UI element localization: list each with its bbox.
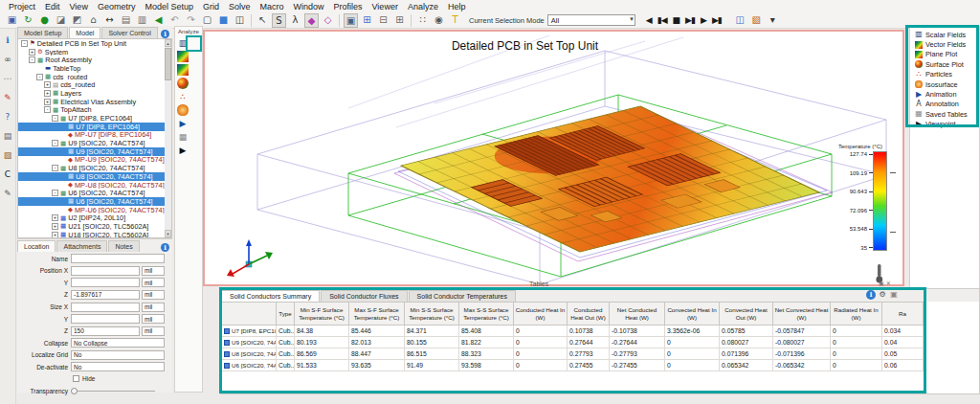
menu-model-setup[interactable]: Model Setup	[140, 2, 198, 11]
field-input-name[interactable]	[71, 254, 165, 263]
field-unit[interactable]: mil	[142, 314, 165, 324]
field-input-y[interactable]	[71, 314, 140, 324]
viewport-3d[interactable]: Detailed PCB in Set Top Unit Temperature…	[203, 30, 904, 286]
tool-item-saved-tables[interactable]: ▦Saved Tables	[910, 109, 979, 119]
table-row[interactable]: U8 [SOIC20, 74ACT574]Cub...86.56988.4478…	[222, 348, 924, 360]
surface-plot-icon[interactable]	[177, 78, 189, 89]
tree-item-mp-u6-soic20-74act574[interactable]: ◆MP-U6 [SOIC20, 74ACT574]	[18, 206, 171, 214]
column-header-conducted-heat-in-w[interactable]: Conducted Heat In (W)	[514, 303, 568, 325]
layout-one-icon[interactable]: ⊞	[392, 13, 407, 28]
menu-window[interactable]: Window	[289, 2, 329, 11]
play-reverse-icon[interactable]: ◀	[646, 15, 652, 25]
field-input-y[interactable]	[71, 278, 140, 287]
probe-icon[interactable]: λ	[288, 13, 302, 28]
tab-model-setup[interactable]: Model Setup	[17, 27, 68, 38]
field-unit[interactable]: mil	[142, 278, 165, 287]
close-icon[interactable]: ✕	[886, 281, 893, 286]
column-header-min-s-f-surface-temperature-c[interactable]: Min S-F Surface Temperature (°C)	[295, 303, 349, 325]
tree-item-u6-soic20-74act574[interactable]: ▦U6 [SOIC20, 74ACT574]	[18, 197, 171, 206]
pointer-select-icon[interactable]: ↖	[256, 13, 270, 28]
table-row[interactable]: U9 [SOIC20, 74ACT574]Cub...80.19382.0138…	[222, 337, 924, 348]
section-tool-icon[interactable]: T	[448, 13, 462, 28]
column-header-name[interactable]	[222, 303, 277, 325]
row-name-cell[interactable]: U7 [DIP8, EPC1064]	[222, 325, 277, 337]
tree-item-mp-u8-soic20-74act574[interactable]: ◆MP-U8 [SOIC20, 74ACT574]	[18, 181, 171, 190]
tree-item-root-assembly[interactable]: -▦Root Assembly	[18, 56, 171, 64]
tree-item-u21-soic20-tlc5602a[interactable]: +▦U21 [SOIC20, TLC5602A]	[18, 222, 171, 231]
tool-item-particles[interactable]: ∴Particles	[910, 70, 979, 79]
field-unit[interactable]: mil	[142, 303, 165, 312]
layout-quad-icon[interactable]: ⊞	[360, 13, 374, 28]
tool-item-scalar-fields[interactable]: ▥Scalar Fields	[910, 30, 979, 39]
tab-attachments[interactable]: Attachments	[56, 240, 107, 252]
export-table-icon[interactable]: ▣	[889, 290, 899, 300]
expander-icon[interactable]: -	[52, 165, 58, 171]
info-icon[interactable]: ℹ	[161, 243, 169, 252]
transparent-view-icon[interactable]: ◫	[233, 13, 247, 28]
celsius-logo-icon[interactable]: C	[2, 168, 14, 181]
tab-location[interactable]: Location	[17, 240, 56, 252]
animation-icon[interactable]: ▶	[177, 118, 189, 129]
field-input-position-x[interactable]	[71, 266, 140, 276]
vector-fields-icon[interactable]	[177, 64, 189, 76]
expander-icon[interactable]: +	[52, 214, 58, 221]
expander-icon[interactable]: -	[29, 56, 35, 63]
menu-geometry[interactable]: Geometry	[93, 2, 141, 11]
compare-views-icon[interactable]: ◫	[733, 13, 747, 28]
selection-mode-dropdown[interactable]: All ▾	[547, 14, 635, 26]
expander-icon[interactable]: +	[52, 223, 58, 230]
column-header-ra[interactable]: Ra	[882, 303, 924, 325]
tab-solver-control[interactable]: Solver Control	[101, 27, 157, 38]
field-unit[interactable]: mil	[142, 290, 165, 300]
slider-knob[interactable]	[71, 388, 78, 394]
tool-item-surface-plot[interactable]: Surface Plot	[910, 59, 979, 69]
menu-view[interactable]: View	[65, 2, 93, 11]
expander-icon[interactable]: +	[52, 232, 58, 238]
table-row[interactable]: U6 [SOIC20, 74ACT574]Cub...91.53393.6359…	[222, 360, 924, 371]
tree-item-mp-u9-soic20-74act574[interactable]: ◆MP-U9 [SOIC20, 74ACT574]	[18, 156, 171, 165]
camera-icon[interactable]: ◉	[432, 13, 446, 28]
help-icon[interactable]: ?	[2, 111, 14, 123]
menu-macro[interactable]: Macro	[255, 2, 288, 11]
tree-item-layers[interactable]: +▦Layers	[18, 89, 171, 98]
info-icon[interactable]: ℹ	[161, 30, 169, 38]
tree-item-u18-soic20-tlc5602a[interactable]: +▦U18 [SOIC20, TLC5602A]	[18, 231, 171, 238]
menu-grid[interactable]: Grid	[198, 2, 224, 11]
expander-icon[interactable]: -	[21, 40, 28, 47]
surface-select-icon[interactable]: S	[272, 13, 286, 28]
menu-analyze[interactable]: Analyze	[403, 2, 443, 11]
tool-item-vector-fields[interactable]: Vector Fields	[910, 39, 979, 49]
layout-two-icon[interactable]: ⊟	[376, 13, 390, 28]
tree-item-u7-dip8-epc1064[interactable]: -▦U7 [DIP8, EPC1064]	[18, 114, 171, 123]
menu-viewer[interactable]: Viewer	[368, 2, 403, 11]
column-header-net-conducted-heat-w[interactable]: Net Conducted Heat (W)	[610, 303, 665, 325]
tree-item-u9-soic20-74act574[interactable]: -▦U9 [SOIC20, 74ACT574]	[18, 139, 171, 147]
go-end-icon[interactable]: ▶▮	[712, 15, 722, 25]
float-window-icon[interactable]: ▣	[879, 281, 886, 286]
tree-item-system[interactable]: +⚙System	[18, 48, 171, 56]
view-icon[interactable]: ∞	[2, 54, 14, 66]
isosurface-icon[interactable]	[177, 104, 189, 116]
tree-item-cds-routed[interactable]: -▦cds_routed	[18, 73, 171, 81]
snapshot-icon[interactable]: ▣	[344, 13, 358, 28]
expander-icon[interactable]: +	[44, 81, 51, 88]
expander-icon[interactable]: -	[36, 74, 43, 80]
field-input-collapse[interactable]: No Collapse	[71, 338, 165, 348]
expander-icon[interactable]: -	[52, 115, 58, 122]
menu-help[interactable]: Help	[443, 2, 471, 11]
edit-red-icon[interactable]: ✎	[2, 92, 14, 104]
tree-item-detailed-pcb-in-set-top-unit[interactable]: -⚑Detailed PCB in Set Top Unit	[18, 39, 171, 48]
tree-item-electrical-vias-assembly[interactable]: +▦Electrical Vias Assembly	[18, 98, 171, 106]
menu-profiles[interactable]: Profiles	[329, 2, 368, 11]
column-header-net-convected-heat-w[interactable]: Net Convected Heat (W)	[773, 303, 831, 325]
table-row[interactable]: U7 [DIP8, EPC1064]Cub...84.3885.44684.37…	[222, 325, 924, 337]
field-input-size-x[interactable]	[71, 303, 140, 312]
hide-checkbox[interactable]	[73, 375, 79, 382]
expander-icon[interactable]: -	[44, 106, 51, 113]
tool-item-animation[interactable]: ▶Animation	[910, 89, 979, 99]
tab-solid-conductors-summary[interactable]: Solid Conductors Summary	[221, 290, 320, 302]
menu-project[interactable]: Project	[4, 2, 40, 11]
tree-item-u8-soic20-74act574[interactable]: -▦U8 [SOIC20, 74ACT574]	[18, 164, 171, 172]
tree-item-u7-dip8-epc1064[interactable]: ▦U7 [DIP8, EPC1064]	[18, 123, 171, 131]
face-select-icon[interactable]: ◇	[321, 13, 335, 28]
